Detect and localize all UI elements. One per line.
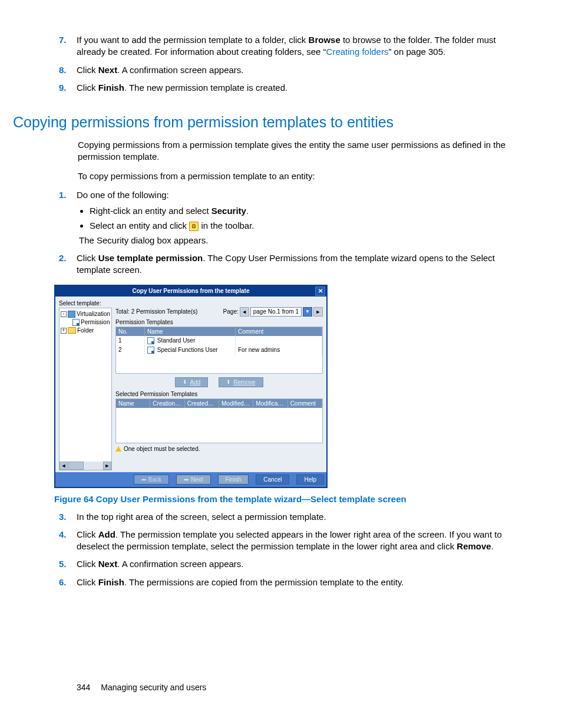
selected-templates-table[interactable]: Name Creation… Created… Modified… Modifi… <box>115 398 323 443</box>
section-heading: Copying permissions from permission temp… <box>13 114 527 131</box>
wizard-window: Copy User Permissions from the template … <box>54 285 328 488</box>
permission-icon <box>72 319 80 326</box>
wizard-titlebar: Copy User Permissions from the template … <box>55 286 326 297</box>
cancel-button[interactable]: Cancel <box>256 475 289 485</box>
procedure-steps: 1. Do one of the following: Right-click … <box>35 189 527 276</box>
total-label: Total: 2 Permission Template(s) <box>115 308 197 315</box>
step-text: Click Next. A confirmation screen appear… <box>77 65 243 75</box>
step-9: 9.Click Finish. The new permission templ… <box>77 82 527 94</box>
scroll-left-icon[interactable]: ◄ <box>59 462 68 470</box>
remove-button[interactable]: ⬆Remove <box>219 377 263 387</box>
step-text: Click Finish. The new permission templat… <box>77 83 287 93</box>
after-step-5: 5.Click Next. A confirmation screen appe… <box>77 558 527 570</box>
collapse-icon[interactable]: - <box>61 311 67 317</box>
step-text: If you want to add the permission templa… <box>77 35 496 57</box>
page-select[interactable]: page No.1 from 1 <box>250 307 302 317</box>
arrow-up-icon: ⬆ <box>226 379 231 385</box>
selected-table-label: Selected Permission Templates <box>115 391 323 397</box>
tree-item-folder[interactable]: +Folder <box>61 327 110 335</box>
bullet-1: Right-click an entity and select Securit… <box>90 205 527 217</box>
table-header: Name Creation… Created… Modified… Modifi… <box>116 399 322 408</box>
doc-icon <box>68 311 75 318</box>
expand-icon[interactable]: + <box>61 328 67 334</box>
bullet-2: Select an entity and click in the toolba… <box>90 219 527 246</box>
page-prev-icon[interactable]: ◄ <box>240 307 249 317</box>
pager: Page: ◄ page No.1 from 1 ▼ ► <box>223 307 323 317</box>
scroll-right-icon[interactable]: ► <box>103 462 111 470</box>
lock-icon <box>189 222 199 231</box>
arrow-left-icon: ⬅ <box>141 476 146 483</box>
top-steps: 7.If you want to add the permission temp… <box>35 34 527 94</box>
link[interactable]: Creating folders <box>326 47 389 57</box>
step-8: 8.Click Next. A confirmation screen appe… <box>77 64 527 76</box>
figure-wizard: Copy User Permissions from the template … <box>54 285 527 488</box>
finish-button[interactable]: Finish <box>218 475 249 485</box>
close-icon[interactable]: ✕ <box>315 286 325 296</box>
after-step-4: 4.Click Add. The permission template you… <box>77 529 527 553</box>
tree-scrollbar[interactable]: ◄ ► <box>59 462 111 470</box>
after-step-3: 3.In the top right area of the screen, s… <box>77 511 527 523</box>
permission-icon <box>147 337 154 344</box>
tree-pane[interactable]: -Virtualization Permission +Folder ◄ ► <box>59 308 112 470</box>
back-button[interactable]: ⬅Back <box>134 475 169 485</box>
permission-templates-table[interactable]: No. Name Comment 1 Standard User 2 Speci… <box>115 327 323 374</box>
select-template-label: Select template: <box>59 300 113 307</box>
page-footer: 344Managing security and users <box>35 683 527 692</box>
figure-caption: Figure 64 Copy User Permissions from the… <box>54 494 527 504</box>
tree-item-permission[interactable]: Permission <box>61 318 110 327</box>
permission-icon <box>147 347 154 354</box>
page-next-icon[interactable]: ► <box>313 307 323 317</box>
help-button[interactable]: Help <box>296 475 324 485</box>
after-steps: 3.In the top right area of the screen, s… <box>35 511 527 588</box>
tree-item-virtualization[interactable]: -Virtualization <box>61 310 110 318</box>
table-row[interactable]: 2 Special Functions User For new admins <box>116 345 322 355</box>
step-7: 7.If you want to add the permission temp… <box>77 34 527 58</box>
wizard-footer: ⬅Back ➡Next Finish Cancel Help <box>55 472 326 487</box>
folder-icon <box>68 327 76 334</box>
page-dropdown-icon[interactable]: ▼ <box>303 307 312 317</box>
warning-message: One object must be selected. <box>115 446 323 452</box>
arrow-right-icon: ➡ <box>184 476 189 483</box>
after-step-6: 6.Click Finish. The permissions are copi… <box>77 577 527 588</box>
table-row[interactable]: 1 Standard User <box>116 336 322 345</box>
next-button[interactable]: ➡Next <box>176 475 211 485</box>
sub-bullets: Right-click an entity and select Securit… <box>90 205 527 246</box>
proc-step-2: 2. Click Use template permission. The Co… <box>77 252 527 276</box>
arrow-down-icon: ⬇ <box>183 379 187 385</box>
section-para-2: To copy permissions from a permission te… <box>78 170 527 182</box>
table-label: Permission Templates <box>115 319 323 325</box>
wizard-right-pane: Total: 2 Permission Template(s) Page: ◄ … <box>113 297 326 472</box>
section-para-1: Copying permissions from a permission te… <box>78 139 527 163</box>
proc-step-1: 1. Do one of the following: Right-click … <box>77 189 527 246</box>
warning-icon <box>115 446 121 452</box>
table-header: No. Name Comment <box>116 327 322 336</box>
add-button[interactable]: ⬇Add <box>175 377 208 387</box>
